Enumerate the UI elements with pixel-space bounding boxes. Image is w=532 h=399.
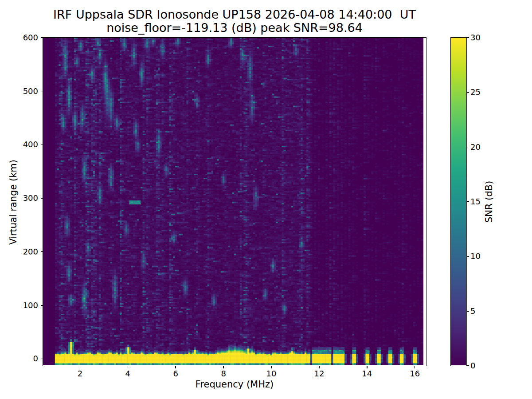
y-tick-mark [41, 305, 43, 306]
colorbar-tick-mark [467, 365, 469, 366]
colorbar-tick-label: 25 [470, 88, 490, 97]
x-tick-label: 6 [164, 369, 187, 378]
y-tick-mark [41, 91, 43, 92]
x-axis-label: Frequency (MHz) [43, 379, 426, 390]
colorbar-tick-mark [467, 92, 469, 93]
x-tick-label: 4 [117, 369, 139, 378]
colorbar-tick-label: 0 [470, 361, 490, 370]
y-tick-label: 300 [16, 194, 38, 203]
x-tick-label: 8 [212, 369, 235, 378]
figure-title-line1: IRF Uppsala SDR Ionosonde UP158 2026-04-… [43, 8, 426, 21]
x-tick-mark [175, 366, 176, 368]
colorbar-tick-mark [467, 147, 469, 148]
y-tick-label: 400 [16, 140, 38, 149]
y-tick-mark [41, 359, 43, 360]
figure-title-line2: noise_floor=-119.13 (dB) peak SNR=98.64 [43, 21, 426, 34]
colorbar-tick-label: 5 [470, 307, 490, 316]
x-tick-label: 14 [356, 369, 378, 378]
y-tick-label: 200 [16, 247, 38, 256]
colorbar-tick-mark [467, 311, 469, 312]
y-tick-mark [41, 251, 43, 252]
colorbar-tick-label: 10 [470, 252, 490, 261]
colorbar-tick-mark [467, 201, 469, 202]
y-tick-label: 600 [16, 33, 38, 42]
y-tick-label: 0 [16, 354, 38, 363]
colorbar-tick-label: 30 [470, 33, 490, 42]
y-tick-mark [41, 198, 43, 199]
x-tick-mark [80, 366, 81, 368]
x-tick-label: 10 [260, 369, 282, 378]
x-tick-label: 2 [69, 369, 91, 378]
plot-area [43, 37, 426, 366]
x-tick-label: 12 [308, 369, 330, 378]
y-tick-label: 500 [16, 87, 38, 96]
x-tick-mark [319, 366, 320, 368]
x-tick-mark [271, 366, 272, 368]
colorbar-gradient [451, 38, 466, 365]
x-tick-mark [128, 366, 129, 368]
y-tick-label: 100 [16, 301, 38, 310]
ionogram-heatmap [43, 38, 423, 365]
y-tick-mark [41, 37, 43, 38]
colorbar-tick-label: 20 [470, 143, 490, 152]
colorbar-tick-mark [467, 256, 469, 257]
colorbar-tick-mark [467, 37, 469, 38]
x-tick-mark [223, 366, 224, 368]
y-axis-label: Virtual range (km) [8, 160, 19, 245]
ionogram-figure: IRF Uppsala SDR Ionosonde UP158 2026-04-… [0, 0, 532, 399]
y-tick-mark [41, 145, 43, 145]
colorbar [450, 37, 467, 366]
x-tick-label: 16 [404, 369, 426, 378]
x-tick-mark [415, 366, 415, 368]
x-tick-mark [367, 366, 368, 368]
colorbar-label: SNR (dB) [484, 181, 494, 223]
